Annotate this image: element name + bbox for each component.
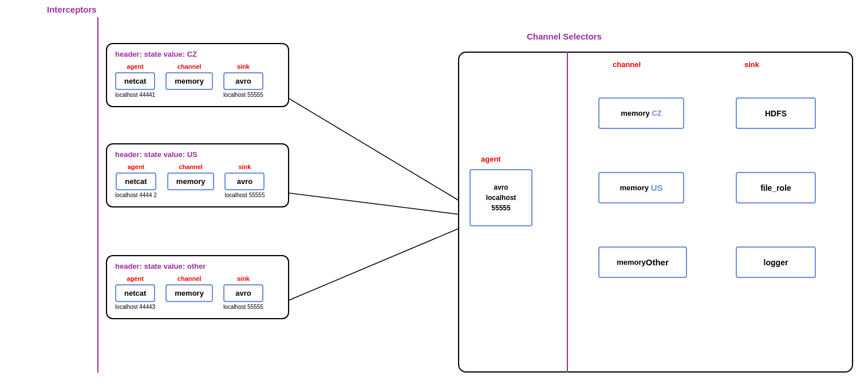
- us-agent-sub: localhost 4444 2: [115, 192, 157, 198]
- cs-sink-logger: logger: [736, 246, 816, 278]
- cs-channel-cz: memory CZ: [598, 97, 684, 129]
- group-other-title: header: state value: other: [115, 262, 280, 271]
- other-agent-label: agent: [127, 275, 143, 282]
- us-channel-label: channel: [179, 163, 203, 170]
- us-sink-col: sink avro localhost 55555: [224, 163, 265, 198]
- other-sink-sub: localhost 55555: [223, 304, 263, 310]
- svg-line-0: [281, 93, 464, 203]
- cz-agent-label: agent: [127, 63, 143, 70]
- channel-selectors-label: Channel Selectors: [527, 32, 602, 41]
- other-agent-col: agent netcat localhost 44443: [115, 275, 155, 310]
- group-us: header: state value: US agent netcat loc…: [106, 143, 289, 207]
- group-us-title: header: state value: US: [115, 150, 280, 159]
- cs-sink-file-role: file_role: [736, 172, 816, 203]
- svg-line-1: [281, 192, 464, 215]
- channel-selectors-vertical-line: [567, 52, 568, 373]
- us-sink-box: avro: [224, 173, 265, 190]
- diagram-container: Interceptors header: state value: CZ age…: [0, 0, 868, 384]
- cz-channel-col: channel memory: [165, 63, 213, 90]
- cs-header-channel: channel: [613, 60, 641, 69]
- cz-agent-sub: localhost 44441: [115, 92, 155, 98]
- cs-agent-box: avrolocalhost55555: [469, 169, 532, 226]
- group-other: header: state value: other agent netcat …: [106, 255, 289, 319]
- cs-channel-other: memoryOther: [598, 246, 687, 278]
- cz-sink-sub: localhost 55555: [223, 92, 263, 98]
- us-sink-label: sink: [238, 163, 251, 170]
- other-sink-label: sink: [237, 275, 250, 282]
- us-channel-col: channel memory: [167, 163, 215, 190]
- cs-channel-us: memory US: [598, 172, 684, 203]
- cz-agent-col: agent netcat localhost 44441: [115, 63, 155, 98]
- cz-sink-box: avro: [223, 72, 263, 90]
- group-other-row: agent netcat localhost 44443 channel mem…: [115, 275, 280, 310]
- cz-sink-label: sink: [237, 63, 250, 70]
- other-agent-sub: localhost 44443: [115, 304, 155, 310]
- cz-agent-box: netcat: [115, 72, 155, 90]
- cz-sink-col: sink avro localhost 55555: [223, 63, 263, 98]
- us-agent-box: netcat: [116, 173, 156, 190]
- other-channel-label: channel: [177, 275, 202, 282]
- cs-header-agent: agent: [481, 155, 501, 163]
- other-channel-col: channel memory: [165, 275, 213, 302]
- group-us-row: agent netcat localhost 4444 2 channel me…: [115, 163, 280, 198]
- cz-channel-box: memory: [165, 72, 213, 90]
- other-agent-box: netcat: [115, 284, 155, 302]
- us-channel-box: memory: [167, 173, 215, 190]
- svg-line-2: [281, 226, 464, 304]
- cs-sink-hdfs: HDFS: [736, 97, 816, 129]
- cz-channel-label: channel: [177, 63, 202, 70]
- us-sink-sub: localhost 55555: [224, 192, 265, 198]
- other-sink-col: sink avro localhost 55555: [223, 275, 263, 310]
- us-agent-label: agent: [128, 163, 144, 170]
- group-cz-row: agent netcat localhost 44441 channel mem…: [115, 63, 280, 98]
- us-agent-col: agent netcat localhost 4444 2: [115, 163, 157, 198]
- other-sink-box: avro: [223, 284, 263, 302]
- interceptors-label: Interceptors: [47, 5, 97, 14]
- interceptors-vertical-line: [97, 17, 98, 373]
- cs-header-sink: sink: [744, 60, 759, 69]
- group-cz: header: state value: CZ agent netcat loc…: [106, 43, 289, 107]
- group-cz-title: header: state value: CZ: [115, 50, 280, 58]
- other-channel-box: memory: [165, 284, 213, 302]
